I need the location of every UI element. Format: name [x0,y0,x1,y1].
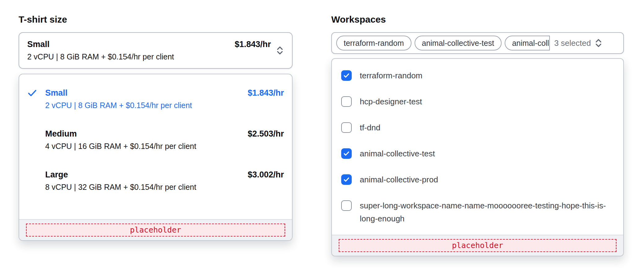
option-description: 8 vCPU | 32 GiB RAM + $0.154/hr per clie… [45,181,248,193]
dropdown-footer: placeholder [19,219,292,240]
option-title: Small [45,87,248,99]
workspace-row-hcp-designer-test[interactable]: hcp-designer-test [341,89,614,115]
workspaces-multiselect-trigger[interactable]: terraform-random animal-collective-test … [331,32,624,54]
workspace-name: animal-collective-prod [360,173,438,186]
check-icon [27,88,37,98]
placeholder-slot: placeholder [26,224,285,237]
selected-size-price: $1.843/hr [235,38,271,50]
option-large[interactable]: Large 8 vCPU | 32 GiB RAM + $0.154/hr pe… [19,160,292,201]
option-price: $2.503/hr [248,128,284,140]
workspaces-options: terraform-random hcp-designer-test tf-dn… [332,59,623,235]
workspace-row-terraform-random[interactable]: terraform-random [341,63,614,89]
checkbox-unchecked[interactable] [341,122,352,133]
workspace-name: tf-dnd [360,121,381,134]
option-description: 2 vCPU | 8 GiB RAM + $0.154/hr per clien… [45,99,248,111]
workspaces-section: Workspaces terraform-random animal-colle… [331,14,624,256]
workspace-row-animal-collective-prod[interactable]: animal-collective-prod [341,167,614,193]
tshirt-size-select-trigger[interactable]: Small 2 vCPU | 8 GiB RAM + $0.154/hr per… [19,32,293,69]
selected-size-summary: Small 2 vCPU | 8 GiB RAM + $0.154/hr per… [27,38,230,63]
selected-workspace-pill-clipped: animal-collective-prod [505,36,550,50]
checkbox-checked[interactable] [341,174,352,185]
option-medium[interactable]: Medium 4 vCPU | 16 GiB RAM + $0.154/hr p… [19,120,292,160]
chevron-up-down-icon [276,46,284,55]
selected-size-title: Small [27,38,230,50]
workspace-row-animal-collective-test[interactable]: animal-collective-test [341,141,614,167]
checkbox-unchecked[interactable] [341,200,352,211]
checkbox-unchecked[interactable] [341,96,352,107]
option-price: $1.843/hr [248,87,284,99]
tshirt-size-dropdown: Small 2 vCPU | 8 GiB RAM + $0.154/hr per… [19,74,293,241]
chevron-up-down-icon [594,38,603,48]
option-description: 4 vCPU | 16 GiB RAM + $0.154/hr per clie… [45,140,248,152]
check-icon [343,150,350,157]
workspace-name: animal-collective-test [360,147,435,160]
selected-workspace-pill: terraform-random [336,36,411,50]
check-icon [343,72,350,79]
tshirt-size-section: T-shirt size Small 2 vCPU | 8 GiB RAM + … [19,14,293,241]
dropdown-footer: placeholder [332,235,623,256]
workspace-name: terraform-random [360,69,422,82]
workspace-name: hcp-designer-test [360,95,422,108]
option-small[interactable]: Small 2 vCPU | 8 GiB RAM + $0.154/hr per… [19,79,292,120]
selected-size-price-area: $1.843/hr [235,38,284,63]
workspace-name: super-long-workspace-name-name-moooooore… [360,199,614,225]
tshirt-size-options: Small 2 vCPU | 8 GiB RAM + $0.154/hr per… [19,74,292,201]
workspace-row-tf-dnd[interactable]: tf-dnd [341,115,614,141]
option-title: Medium [45,128,248,140]
placeholder-slot: placeholder [339,239,616,252]
checkbox-checked[interactable] [341,70,352,81]
option-price: $3.002/hr [248,168,284,181]
selected-workspace-pill: animal-collective-test [415,36,502,50]
workspaces-dropdown: terraform-random hcp-designer-test tf-dn… [331,58,624,256]
workspace-row-super-long-workspace[interactable]: super-long-workspace-name-name-moooooore… [341,193,614,232]
option-title: Large [45,168,248,181]
workspaces-label: Workspaces [331,14,624,25]
checkbox-checked[interactable] [341,148,352,159]
tshirt-size-label: T-shirt size [19,14,293,25]
selected-size-description: 2 vCPU | 8 GiB RAM + $0.154/hr per clien… [27,50,230,63]
check-icon [343,176,350,183]
selected-count-label: 3 selected [554,38,591,48]
